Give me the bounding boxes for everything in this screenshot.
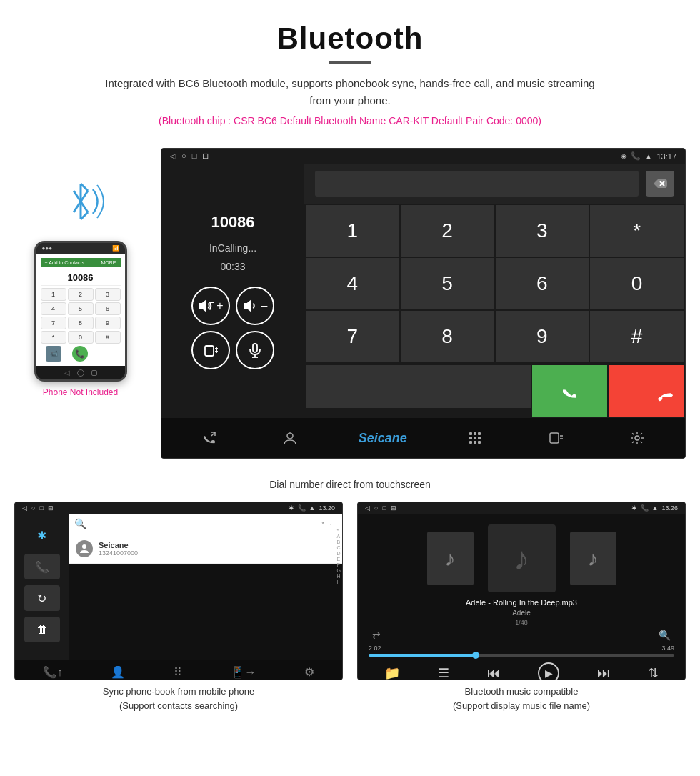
phone-key-star[interactable]: * — [41, 331, 66, 344]
pb-contact-info: Seicane 13241007000 — [99, 541, 335, 557]
num-key-1[interactable]: 1 — [306, 205, 399, 257]
music-play-btn[interactable]: ▶ — [538, 662, 559, 680]
car-back-btn[interactable]: ◁ — [170, 151, 176, 161]
end-call-button[interactable] — [609, 365, 684, 417]
pb-nav-settings[interactable]: ⚙ — [304, 665, 314, 679]
music-prev-btn[interactable]: ⏮ — [487, 666, 500, 681]
progress-bar[interactable] — [369, 654, 674, 657]
volume-up-btn[interactable]: + — [191, 287, 230, 325]
pb-signal-icon: ▲ — [309, 504, 316, 512]
phone-home-circle[interactable] — [77, 369, 84, 377]
phone-key-8[interactable]: 8 — [68, 317, 94, 329]
car-settings-nav-icon[interactable] — [624, 425, 650, 451]
pb-nav-call[interactable]: 📞↑ — [43, 665, 63, 679]
phone-key-0[interactable]: 0 — [68, 331, 94, 344]
num-key-2[interactable]: 2 — [401, 205, 494, 257]
num-key-hash[interactable]: # — [590, 311, 684, 362]
phone-topbar: + Add to ContactsMORE — [41, 258, 121, 267]
volume-down-btn[interactable]: – — [236, 287, 274, 325]
num-key-9[interactable]: 9 — [496, 311, 589, 362]
phone-key-7[interactable]: 7 — [41, 317, 66, 329]
num-key-7[interactable]: 7 — [306, 311, 399, 362]
car-call-icon: 📞 — [631, 151, 641, 161]
num-key-8[interactable]: 8 — [401, 311, 494, 362]
music-album-arts: ♪ ♪ ♪ — [358, 514, 685, 598]
car-dialpad-nav-icon[interactable] — [462, 425, 488, 451]
phone-key-6[interactable]: 6 — [95, 302, 121, 315]
num-key-4[interactable]: 4 — [306, 258, 399, 309]
phone-status-bar: ●●●📶 — [36, 243, 125, 254]
pb-contact-avatar — [76, 540, 93, 557]
pb-time: 13:20 — [319, 504, 335, 512]
car-transfer-nav-icon[interactable] — [544, 425, 569, 451]
transfer-call-btn[interactable] — [191, 331, 230, 369]
music-recent-btn[interactable]: □ — [382, 504, 386, 512]
phone-video-btn[interactable]: 📹 — [46, 346, 61, 362]
pb-back-btn[interactable]: ◁ — [22, 504, 27, 512]
pb-phone-btn[interactable]: 📞 — [24, 554, 60, 579]
music-shuffle-icon[interactable]: ⇄ — [372, 630, 381, 641]
music-time: 13:26 — [661, 504, 678, 512]
phone-key-5[interactable]: 5 — [68, 302, 94, 315]
pb-bluetooth-btn[interactable]: ✱ — [24, 522, 60, 548]
svg-point-34 — [82, 544, 86, 549]
pb-nav-contacts[interactable]: 👤 — [111, 665, 125, 679]
car-time: 13:17 — [656, 152, 676, 161]
car-content: 10086 InCalling... 00:33 + — [161, 164, 685, 418]
music-next-btn[interactable]: ⏭ — [597, 666, 610, 681]
album-art-right: ♪ — [570, 532, 616, 585]
phone-call-btn[interactable]: 📞 — [72, 346, 88, 362]
num-key-5[interactable]: 5 — [401, 258, 494, 309]
music-eq-icon[interactable]: ⇅ — [648, 665, 659, 680]
pb-call-icon: 📞 — [298, 504, 306, 512]
car-contacts-nav-icon[interactable] — [277, 425, 303, 451]
music-search-icon[interactable]: 🔍 — [659, 630, 671, 641]
num-key-star[interactable]: * — [590, 205, 684, 257]
music-folder-icon[interactable]: 📁 — [384, 665, 400, 680]
pb-sync-btn[interactable]: ↻ — [24, 585, 60, 611]
num-key-3[interactable]: 3 — [496, 205, 589, 257]
pb-search-icon: 🔍 — [74, 518, 86, 529]
phone-home-dot[interactable] — [91, 370, 97, 376]
call-button[interactable] — [532, 365, 607, 417]
phone-key-3[interactable]: 3 — [95, 288, 121, 301]
dial-input-box[interactable] — [315, 171, 639, 197]
pb-sidebar: ✱ 📞 ↻ 🗑 — [15, 514, 69, 660]
car-notif-icon: ⊟ — [202, 151, 209, 161]
phone-not-included-label: Phone Not Included — [43, 387, 118, 397]
time-total: 3:49 — [661, 645, 674, 652]
phone-key-2[interactable]: 2 — [68, 288, 94, 301]
phone-key-9[interactable]: 9 — [95, 317, 121, 329]
progress-dot[interactable] — [472, 652, 479, 659]
car-recent-btn[interactable]: □ — [192, 151, 197, 161]
delete-btn[interactable] — [646, 171, 674, 197]
pb-alpha-bar: * A B C D E F G H I — [337, 528, 341, 585]
music-caption: Bluetooth music compatible (Support disp… — [357, 680, 686, 717]
num-key-0[interactable]: 0 — [590, 258, 684, 309]
pb-home-btn[interactable]: ○ — [31, 504, 35, 512]
pb-recent-btn[interactable]: □ — [39, 504, 43, 512]
num-key-6[interactable]: 6 — [496, 258, 589, 309]
music-playlist-icon[interactable]: ☰ — [438, 665, 449, 680]
music-note-icon-left: ♪ — [445, 547, 456, 571]
car-call-nav-icon[interactable] — [196, 425, 222, 451]
mute-btn[interactable] — [236, 331, 274, 369]
pb-nav-transfer[interactable]: 📱→ — [231, 665, 256, 679]
pb-nav-dialpad[interactable]: ⠿ — [174, 665, 182, 679]
phone-key-4[interactable]: 4 — [41, 302, 66, 315]
music-home-btn[interactable]: ○ — [374, 504, 378, 512]
pb-delete-btn[interactable]: 🗑 — [24, 617, 60, 642]
phone-sidebar: ●●●📶 + Add to ContactsMORE 10086 1 2 3 4… — [14, 148, 146, 459]
numpad-grid: 1 2 3 * 4 5 6 0 7 8 9 # — [304, 204, 685, 364]
phone-key-1[interactable]: 1 — [41, 288, 66, 301]
caption-top: Dial number direct from touchscreen — [0, 473, 700, 502]
music-back-btn[interactable]: ◁ — [365, 504, 370, 512]
pb-contact-item[interactable]: Seicane 13241007000 — [69, 534, 342, 564]
bottom-screens: ◁ ○ □ ⊟ ✱ 📞 ▲ 13:20 ✱ 📞 ↻ — [0, 502, 700, 717]
car-bottom-bar: Seicane — [161, 418, 685, 458]
car-home-btn[interactable]: ○ — [181, 151, 186, 161]
music-bt-icon: ✱ — [631, 504, 637, 512]
phone-key-hash[interactable]: # — [95, 331, 121, 344]
pb-back-arrow[interactable]: ← — [329, 519, 336, 528]
phone-bottom-row: 📹 📞 — [41, 346, 121, 362]
